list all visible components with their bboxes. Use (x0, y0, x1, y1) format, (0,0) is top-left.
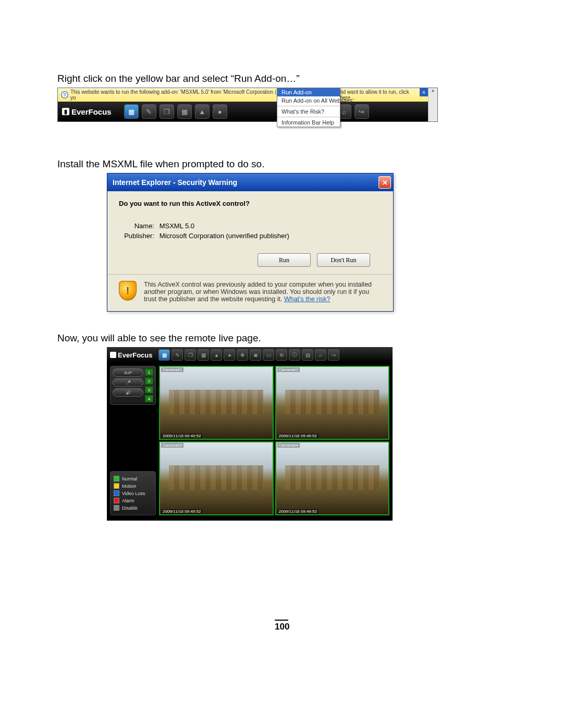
legend-videoloss: Video Loss (114, 490, 152, 496)
publisher-value: Microsoft Corporation (unverified publis… (160, 232, 289, 240)
toolbar-alarm-icon[interactable]: ▲ (211, 349, 222, 361)
menu-separator (277, 106, 340, 106)
legend-swatch (114, 490, 119, 496)
camera-name: Camera02 (277, 367, 300, 372)
menu-item-run-addon-all[interactable]: Run Add-on on All Websites (277, 96, 340, 105)
menu-item-run-addon[interactable]: Run Add-on (277, 88, 340, 96)
speaker-button[interactable]: 🔊 (113, 388, 143, 397)
infobar-text-right: nd want to allow it to run, click here..… (340, 89, 425, 101)
brand-logo: EverFocus (110, 351, 152, 359)
camera-name: Camera04 (277, 443, 300, 448)
dont-run-button[interactable]: Don't Run (317, 253, 370, 267)
toolbar-alarm-icon[interactable]: ▲ (195, 104, 210, 119)
toolbar-copy-icon[interactable]: ❐ (160, 104, 174, 119)
camera-timestamp: 2009/11/18 09:49:52 (277, 434, 319, 438)
toolbar-search-icon[interactable]: ✎ (172, 349, 183, 361)
camera-name: Camera03 (161, 443, 183, 448)
legend-swatch (114, 505, 119, 511)
toolbar-live-icon[interactable]: ▦ (158, 349, 170, 361)
dialog-title: Internet Explorer - Security Warning (113, 178, 237, 187)
dialog-titlebar: Internet Explorer - Security Warning ✕ (107, 174, 393, 191)
close-icon[interactable]: × (420, 88, 428, 96)
legend-motion: Motion (114, 483, 152, 489)
context-menu: Run Add-on Run Add-on on All Websites Wh… (277, 88, 340, 127)
toolbar-copy-icon[interactable]: ❐ (185, 349, 196, 361)
channel-button-4[interactable]: 4 (145, 395, 153, 402)
scrollbar[interactable]: ▲ (428, 88, 437, 121)
view-mode-button[interactable]: 4UP (113, 368, 143, 377)
logo-mark-icon: ▮ (62, 108, 69, 115)
menu-item-infobar-help[interactable]: Information Bar Help (277, 118, 340, 127)
toolbar-sched-icon[interactable]: ▤ (302, 349, 313, 361)
shield-icon: ! (119, 281, 137, 301)
camera-timestamp: 2009/11/18 09:49:52 (161, 434, 202, 438)
dialog-question: Do you want to run this ActiveX control? (119, 200, 382, 207)
legend-swatch (114, 476, 119, 482)
whats-the-risk-link[interactable]: What's the risk? (284, 295, 331, 303)
camera-grid: Camera01 2009/11/18 09:49:52 Camera02 20… (159, 366, 389, 515)
camera-tile-3[interactable]: Camera03 2009/11/18 09:49:52 (159, 441, 274, 515)
legend-normal: Normal (114, 476, 152, 482)
toolbar-settings-icon[interactable]: ✲ (276, 349, 287, 361)
view-control-panel: 4UP 🎤 🔊 1 2 3 4 (110, 366, 156, 405)
toolbar-record-icon[interactable]: ● (213, 104, 227, 119)
toolbar-display-icon[interactable]: ▭ (263, 349, 274, 361)
channel-button-3[interactable]: 3 (145, 386, 153, 393)
run-button[interactable]: Run (258, 253, 311, 267)
security-warning-dialog: Internet Explorer - Security Warning ✕ D… (107, 173, 394, 312)
name-value: MSXML 5.0 (160, 222, 194, 230)
camera-tile-1[interactable]: Camera01 2009/11/18 09:49:52 (159, 366, 274, 440)
everfocus-live-app: EverFocus ▦ ✎ ❐ ▦ ▲ ● ✥ ◙ ▭ ✲ ⓘ ▤ ⌕ ↪ 4U… (107, 347, 393, 521)
close-button[interactable]: ✕ (378, 176, 391, 189)
instruction-step1: Right click on the yellow bar and select… (57, 73, 506, 84)
everfocus-toolbar: ▮ EverFocus ▦ ✎ ❐ ▦ ▲ ● ⓘ ▤ ⌕ ↪ (58, 102, 428, 121)
instruction-step3: Now, you will able to see the remote liv… (57, 332, 506, 344)
legend-swatch (114, 498, 119, 503)
logo-mark-icon (110, 352, 116, 358)
ie-information-bar[interactable]: ? This website wants to run the followin… (58, 88, 428, 102)
toolbar-grid-icon[interactable]: ▦ (198, 349, 209, 361)
camera-tile-4[interactable]: Camera04 2009/11/18 09:49:52 (275, 441, 390, 515)
instruction-step2: Install the MSXML file when prompted to … (57, 158, 506, 170)
toolbar-logout-icon[interactable]: ↪ (354, 104, 369, 119)
camera-name: Camera01 (161, 367, 183, 372)
dialog-footer-text: This ActiveX control was previously adde… (144, 281, 382, 303)
toolbar-live-icon[interactable]: ▦ (124, 104, 139, 119)
brand-logo: ▮ EverFocus (62, 107, 112, 116)
page-number: 100 (275, 620, 288, 632)
legend-disable: Disable (114, 505, 152, 511)
camera-timestamp: 2009/11/18 09:49:52 (277, 509, 319, 514)
toolbar-logout-icon[interactable]: ↪ (328, 349, 339, 361)
toolbar-search-icon[interactable]: ✎ (142, 104, 156, 119)
legend-panel: Normal Motion Video Loss Alarm Disable (110, 471, 156, 515)
camera-tile-2[interactable]: Camera02 2009/11/18 09:49:52 (275, 366, 390, 440)
name-label: Name: (119, 222, 154, 230)
legend-swatch (114, 483, 119, 489)
publisher-label: Publisher: (119, 232, 154, 240)
camera-timestamp: 2009/11/18 09:49:52 (161, 509, 202, 514)
menu-item-whats-risk[interactable]: What's the Risk? (277, 107, 340, 116)
live-toolbar: EverFocus ▦ ✎ ❐ ▦ ▲ ● ✥ ◙ ▭ ✲ ⓘ ▤ ⌕ ↪ (107, 347, 393, 363)
toolbar-record-icon[interactable]: ● (224, 349, 235, 361)
legend-alarm: Alarm (114, 498, 152, 503)
mic-button[interactable]: 🎤 (113, 378, 143, 387)
channel-button-1[interactable]: 1 (145, 368, 153, 376)
toolbar-zoom-icon[interactable]: ⌕ (315, 349, 326, 361)
toolbar-grid-icon[interactable]: ▦ (177, 104, 192, 119)
figure-infobar-screenshot: ? This website wants to run the followin… (57, 88, 438, 122)
menu-separator (277, 117, 340, 117)
info-icon: ? (61, 91, 68, 98)
toolbar-ptz-icon[interactable]: ✥ (237, 349, 248, 361)
toolbar-snap-icon[interactable]: ◙ (250, 349, 261, 361)
toolbar-info-icon[interactable]: ⓘ (289, 349, 300, 361)
channel-button-2[interactable]: 2 (145, 377, 153, 385)
